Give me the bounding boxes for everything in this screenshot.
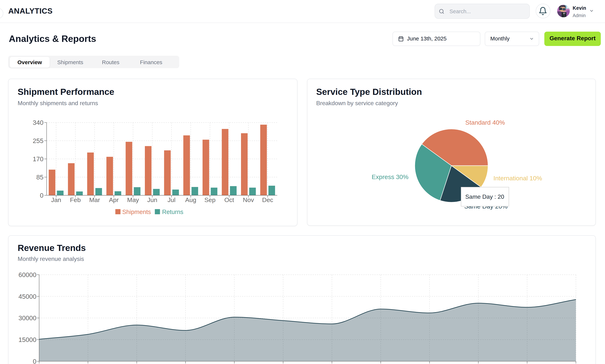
svg-text:Standard 40%: Standard 40% xyxy=(465,119,505,126)
svg-text:Jun: Jun xyxy=(147,196,157,203)
svg-text:Oct: Oct xyxy=(224,196,234,203)
svg-text:May: May xyxy=(127,196,139,203)
svg-text:15000: 15000 xyxy=(19,336,36,343)
svg-text:Apr: Apr xyxy=(109,196,119,203)
svg-text:Shipments: Shipments xyxy=(122,208,151,215)
svg-text:Jan: Jan xyxy=(51,196,61,203)
svg-text:International 10%: International 10% xyxy=(493,175,542,182)
svg-text:Aug: Aug xyxy=(185,196,196,203)
svg-text:170: 170 xyxy=(33,155,43,163)
svg-text:340: 340 xyxy=(33,119,43,126)
svg-text:45000: 45000 xyxy=(19,293,36,300)
svg-text:Returns: Returns xyxy=(162,208,183,215)
svg-text:0: 0 xyxy=(40,192,43,199)
svg-text:Nov: Nov xyxy=(243,196,254,203)
svg-text:30000: 30000 xyxy=(19,314,36,322)
svg-text:255: 255 xyxy=(33,137,43,144)
svg-text:Mar: Mar xyxy=(89,196,100,203)
svg-text:85: 85 xyxy=(36,174,44,181)
svg-text:Dec: Dec xyxy=(262,196,273,203)
svg-text:Feb: Feb xyxy=(70,196,81,203)
svg-text:0: 0 xyxy=(33,358,36,364)
svg-text:Jul: Jul xyxy=(167,196,175,203)
svg-text:Sep: Sep xyxy=(205,196,216,203)
svg-text:Express 30%: Express 30% xyxy=(372,173,409,180)
svg-text:60000: 60000 xyxy=(19,271,36,278)
